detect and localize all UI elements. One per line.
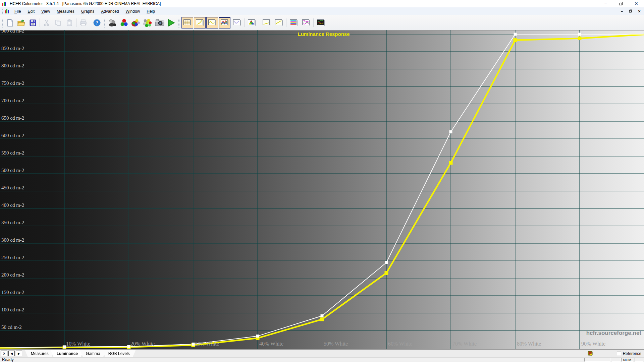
svg-text:?: ? (96, 20, 98, 25)
menu-measures[interactable]: Measures (53, 7, 78, 15)
luminance-curve-icon (196, 19, 204, 26)
y-tick-label: 600 cd m-2 (1, 133, 24, 138)
copy-button[interactable] (52, 17, 64, 28)
x-tick-label: 40% White (259, 341, 283, 347)
x-tick-label: 80% White (517, 341, 541, 347)
tab-gamma[interactable]: Gamma (80, 350, 106, 357)
copy-icon (54, 19, 62, 26)
save-button[interactable] (27, 17, 39, 28)
toolbar-grip-1[interactable] (2, 18, 3, 27)
menu-window[interactable]: Window (122, 7, 144, 15)
tab-measures[interactable]: Measures (25, 350, 55, 357)
view-luminance-button[interactable] (194, 17, 206, 28)
print-button[interactable] (77, 17, 89, 28)
close-tab-button[interactable]: × (1, 351, 7, 356)
paste-button[interactable] (64, 17, 75, 28)
reference-white-marker (192, 343, 195, 346)
chart-title: Luminance Response (298, 31, 350, 37)
menu-edit[interactable]: Edit (24, 7, 38, 15)
reference-white-marker (449, 130, 452, 133)
restore-button[interactable] (613, 0, 629, 7)
menu-advanced[interactable]: Advanced (98, 7, 122, 15)
toolbar-grip-3[interactable] (178, 18, 179, 27)
toolbar-separator (76, 18, 76, 27)
near-black-icon (262, 19, 271, 26)
toolbar-separator (286, 18, 286, 27)
measured-yellow-marker (514, 38, 517, 42)
menu-file[interactable]: File (11, 7, 24, 15)
status-bar: Ready NUM (0, 357, 644, 362)
tab-luminance[interactable]: Luminance (51, 350, 84, 357)
menu-graphs[interactable]: Graphs (78, 7, 98, 15)
menubar-grip[interactable] (2, 9, 3, 14)
view-free-measures-button[interactable] (315, 17, 327, 28)
color-shift-icon (302, 19, 311, 26)
y-tick-label: 400 cd m-2 (1, 202, 24, 208)
view-gamma-button[interactable] (206, 17, 218, 28)
window-title: HCFR Colorimeter - 3.5.1.4 - [Panasonic … (10, 1, 161, 6)
capture-button[interactable] (154, 17, 165, 28)
measure-grayscale-button[interactable] (118, 17, 130, 28)
view-rgb-levels-button[interactable] (219, 17, 230, 28)
mdi-restore-button[interactable] (628, 9, 633, 13)
cut-button[interactable] (41, 17, 52, 28)
toolbar-grip-2[interactable] (104, 18, 105, 27)
menu-help[interactable]: Help (143, 7, 158, 15)
primaries-balls-icon (131, 18, 140, 27)
minimize-button[interactable]: − (598, 0, 613, 7)
y-tick-label: 250 cd m-2 (1, 255, 24, 260)
view-color-temperature-button[interactable] (231, 17, 243, 28)
view-measures-table-button[interactable] (181, 17, 193, 28)
help-question-icon: ? (93, 19, 101, 27)
saturation-lines-icon (289, 19, 298, 26)
about-button[interactable]: ? (91, 17, 103, 28)
close-button[interactable]: × (629, 0, 644, 7)
y-tick-label: 700 cd m-2 (1, 98, 24, 103)
measure-primaries-button[interactable] (130, 17, 141, 28)
x-tick-label: 10% White (66, 341, 90, 347)
print-icon (79, 19, 87, 26)
free-measures-icon (317, 19, 325, 26)
scroll-tabs-right-button[interactable]: ▶ (16, 351, 22, 356)
reference-white-marker (578, 33, 581, 36)
open-file-button[interactable] (16, 17, 27, 28)
new-file-button[interactable] (4, 17, 16, 28)
y-tick-label: 500 cd m-2 (1, 168, 24, 173)
y-tick-label: 50 cd m-2 (1, 324, 22, 330)
mdi-minimize-button[interactable]: − (619, 9, 625, 13)
reference-white-marker (385, 261, 388, 264)
x-tick-label: 50% White (324, 341, 348, 347)
x-tick-label: 30% White (195, 341, 219, 347)
mdi-close-button[interactable]: × (637, 9, 642, 14)
view-near-black-button[interactable] (261, 17, 272, 28)
view-near-white-button[interactable] (273, 17, 285, 28)
play-icon (167, 18, 175, 27)
y-tick-label: 850 cd m-2 (1, 46, 24, 51)
view-saturation-luminance-button[interactable] (288, 17, 300, 28)
sensor-status-icon (588, 351, 593, 357)
view-cie-chart-button[interactable] (246, 17, 258, 28)
sensor-settings-button[interactable] (107, 17, 118, 28)
measure-all-colors-button[interactable] (141, 17, 153, 28)
camera-icon (155, 18, 165, 27)
reference-white-marker (514, 33, 517, 36)
tab-rgb-levels[interactable]: RGB Levels (102, 350, 136, 357)
measures-table-icon (183, 19, 192, 26)
x-tick-label: 70% White (452, 341, 477, 347)
status-pane-3 (635, 358, 643, 362)
scroll-tabs-left-button[interactable]: ◀ (8, 351, 15, 356)
toolbar: ? (0, 15, 644, 30)
view-color-shift-button[interactable] (300, 17, 312, 28)
watermark: hcfr.sourceforge.net (586, 330, 642, 336)
near-white-icon (275, 19, 283, 26)
sensor-icon (108, 18, 117, 27)
menu-view[interactable]: View (38, 7, 53, 15)
mdi-child-icon[interactable] (5, 9, 10, 13)
mdi-restore-icon (629, 9, 632, 13)
reference-white-marker (63, 345, 66, 348)
status-message: Ready (2, 357, 14, 362)
y-tick-label: 650 cd m-2 (1, 115, 24, 121)
run-measures-button[interactable] (165, 17, 177, 28)
reference-toggle[interactable]: Reference (617, 351, 641, 356)
reference-checkbox[interactable] (617, 352, 621, 356)
